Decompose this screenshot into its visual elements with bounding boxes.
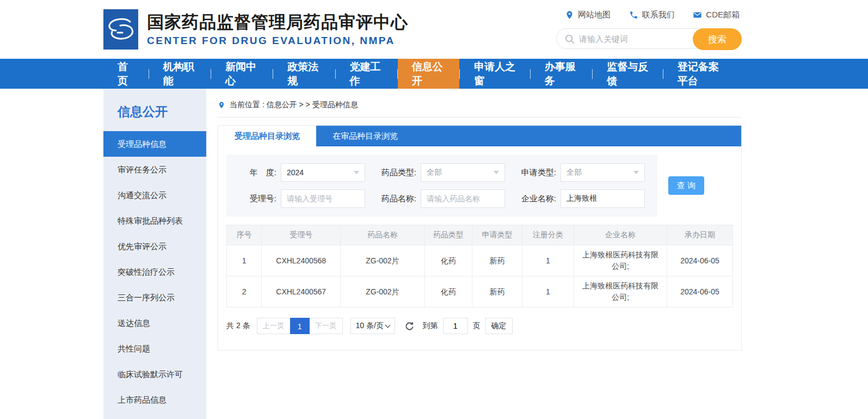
query-button[interactable]: 查 询	[668, 176, 704, 195]
table-wrap: 序号受理号药品名称药品类型申请类型注册分类企业名称承办日期 1CXHL24005…	[226, 225, 733, 307]
company-name-input[interactable]	[561, 189, 645, 208]
table-row: 2CXHL2400567ZG-002片化药新药1上海致根医药科技有限公司;202…	[227, 276, 733, 307]
nav-item[interactable]: 信息公开	[398, 59, 460, 89]
nav-item[interactable]: 监督与反馈	[593, 59, 663, 89]
nav-item[interactable]: 新闻中心	[211, 59, 273, 89]
page-size-select[interactable]: 10 条/页	[350, 318, 395, 334]
envelope-icon	[693, 10, 702, 20]
sidebar-item[interactable]: 优先审评公示	[103, 233, 206, 259]
map-pin-icon	[565, 10, 574, 20]
nav-item[interactable]: 申请人之窗	[460, 59, 530, 89]
refresh-icon[interactable]	[404, 321, 415, 331]
search-icon	[564, 34, 575, 44]
sidebar-item[interactable]: 临床试验默示许可	[103, 361, 206, 387]
sidebar: 信息公开 受理品种信息审评任务公示沟通交流公示特殊审批品种列表优先审评公示突破性…	[103, 89, 206, 419]
page-number-1[interactable]: 1	[290, 318, 310, 334]
table-cell: 2	[227, 276, 262, 307]
total-count: 共 2 条	[226, 321, 250, 331]
filter-apply-type: 申请类型: 全部	[516, 163, 645, 182]
acceptance-no-input[interactable]	[281, 189, 365, 208]
search-button[interactable]: 搜索	[693, 28, 742, 50]
sidebar-item[interactable]: 特殊审批品种列表	[103, 208, 206, 233]
page-size-value: 10 条/页	[356, 321, 384, 331]
year-select[interactable]: 2024	[281, 163, 365, 182]
next-page-button[interactable]: 下一页	[309, 318, 343, 334]
nav-item[interactable]: 办事服务	[531, 59, 593, 89]
quick-link-label: 网站地图	[578, 10, 611, 20]
table-column-header: 企业名称	[574, 225, 667, 245]
drug-name-label: 药品名称:	[376, 194, 416, 204]
sidebar-item[interactable]: 审评任务公示	[103, 157, 206, 182]
pagination: 共 2 条 上一页 1 下一页 10 条/页 到第	[226, 318, 733, 334]
acceptance-no-label: 受理号:	[236, 194, 276, 204]
chevron-down-icon	[494, 171, 499, 174]
brand-text: 国家药品监督管理局药品审评中心 CENTER FOR DRUG EVALUATI…	[147, 12, 408, 47]
table-cell: 上海致根医药科技有限公司;	[574, 245, 667, 276]
sidebar-item[interactable]: 三合一序列公示	[103, 285, 206, 310]
sidebar-item[interactable]: 送达信息	[103, 310, 206, 336]
table-cell: 新药	[472, 245, 522, 276]
drug-name-input[interactable]	[421, 189, 505, 208]
table-cell: 1	[522, 245, 574, 276]
table-cell: CXHL2400567	[262, 276, 341, 307]
quick-link-label: 联系我们	[642, 10, 675, 20]
apply-type-select[interactable]: 全部	[561, 163, 645, 182]
site-search: 搜索	[556, 28, 742, 49]
sidebar-item[interactable]: 受理品种信息	[103, 131, 206, 157]
table-cell: 2024-06-05	[667, 245, 733, 276]
cde-logo[interactable]	[103, 9, 138, 50]
quick-link[interactable]: CDE邮箱	[693, 10, 740, 20]
table-cell: 新药	[472, 276, 522, 307]
nav-item-label: 首页	[118, 60, 134, 88]
nav-item-label: 党建工作	[350, 60, 384, 88]
location-pin-icon	[218, 100, 225, 110]
sidebar-item[interactable]: 共性问题	[103, 336, 206, 361]
nav-item-label: 办事服务	[545, 60, 578, 88]
nav-item-label: 政策法规	[287, 60, 321, 88]
records-table: 序号受理号药品名称药品类型申请类型注册分类企业名称承办日期 1CXHL24005…	[226, 225, 733, 307]
quick-links: 网站地图 联系我们 CDE邮箱	[556, 10, 742, 20]
goto-label: 到第	[423, 321, 438, 331]
prev-page-button[interactable]: 上一页	[257, 318, 291, 334]
quick-link[interactable]: 联系我们	[629, 10, 675, 20]
table-cell: 化药	[424, 276, 472, 307]
site-header: 国家药品监督管理局药品审评中心 CENTER FOR DRUG EVALUATI…	[0, 0, 868, 59]
drug-type-select[interactable]: 全部	[421, 163, 505, 182]
goto-page-input[interactable]	[443, 318, 468, 334]
filter-acceptance-no: 受理号:	[236, 189, 365, 208]
table-column-header: 注册分类	[522, 225, 574, 245]
table-cell: 上海致根医药科技有限公司;	[574, 276, 667, 307]
confirm-button[interactable]: 确定	[485, 318, 513, 334]
year-label: 年 度:	[236, 168, 276, 178]
nav-item-label: 监督与反馈	[607, 60, 649, 88]
sidebar-item[interactable]: 突破性治疗公示	[103, 259, 206, 285]
nav-item[interactable]: 政策法规	[273, 59, 335, 89]
cde-logo-swirl-icon	[103, 9, 138, 50]
table-cell: ZG-002片	[341, 245, 424, 276]
nav-item-label: 机构职能	[163, 60, 197, 88]
page: 国家药品监督管理局药品审评中心 CENTER FOR DRUG EVALUATI…	[0, 0, 868, 419]
quick-link[interactable]: 网站地图	[565, 10, 611, 20]
table-column-header: 承办日期	[667, 225, 733, 245]
nav-item[interactable]: 登记备案平台	[663, 59, 742, 89]
nav-item-label: 信息公开	[412, 60, 446, 88]
sidebar-item[interactable]: 上市药品信息	[103, 387, 206, 412]
tab[interactable]: 受理品种目录浏览	[218, 126, 316, 146]
nav-item[interactable]: 首页	[103, 59, 149, 89]
table-cell: CXHL2400568	[262, 245, 341, 276]
site-title: 国家药品监督管理局药品审评中心	[147, 12, 408, 32]
table-cell: 2024-06-05	[667, 276, 733, 307]
nav-item[interactable]: 党建工作	[336, 59, 398, 89]
table-column-header: 受理号	[262, 225, 341, 245]
quick-link-label: CDE邮箱	[706, 10, 740, 20]
sidebar-item[interactable]: 沟通交流公示	[103, 182, 206, 208]
table-row: 1CXHL2400568ZG-002片化药新药1上海致根医药科技有限公司;202…	[227, 245, 733, 276]
filter-drug-type: 药品类型: 全部	[376, 163, 505, 182]
breadcrumb-text: 当前位置 : 信息公开 > > 受理品种信息	[230, 100, 358, 110]
filter-box: 年 度: 2024 药品类型: 全部	[226, 155, 657, 217]
nav-item[interactable]: 机构职能	[149, 59, 211, 89]
tab[interactable]: 在审品种目录浏览	[316, 126, 414, 146]
table-cell: ZG-002片	[341, 276, 424, 307]
chevron-down-icon	[633, 171, 639, 174]
filter-year: 年 度: 2024	[236, 163, 365, 182]
